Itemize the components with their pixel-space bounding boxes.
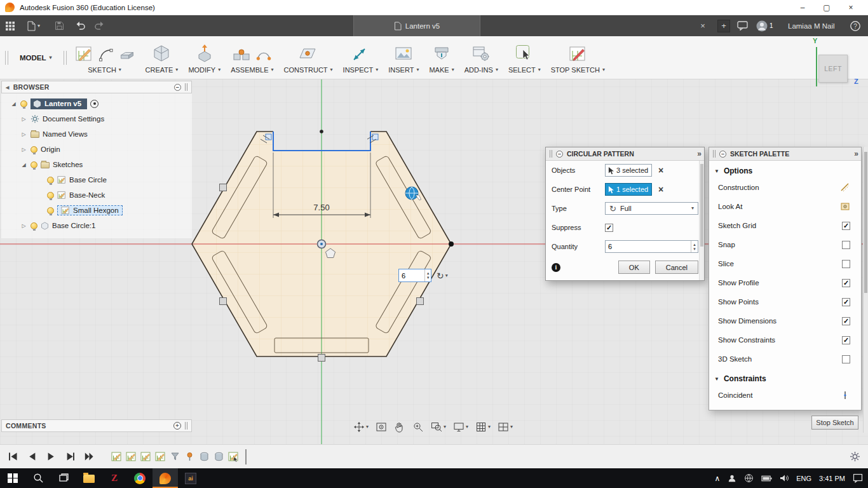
go-to-end-button[interactable] — [84, 451, 95, 462]
visibility-bulb-icon[interactable] — [31, 222, 37, 229]
task-view-button[interactable] — [51, 468, 76, 488]
menu-insert[interactable]: INSERT▾ — [383, 36, 424, 79]
type-dropdown[interactable]: ↻ Full ▾ — [605, 202, 698, 215]
network-globe-icon[interactable] — [744, 473, 754, 483]
ok-button[interactable]: OK — [618, 261, 650, 274]
timeline-feature-cylinder[interactable] — [199, 451, 210, 462]
objects-selection-field[interactable]: 3 selected — [605, 164, 652, 177]
show-points-checkbox[interactable] — [842, 298, 850, 306]
expand-palette-icon[interactable]: » — [854, 149, 857, 158]
comments-header[interactable]: COMMENTS + — [1, 419, 192, 432]
help-icon[interactable]: ? — [850, 15, 860, 36]
panel-grip[interactable] — [185, 422, 187, 430]
quantity-input[interactable] — [399, 269, 424, 281]
menu-construct[interactable]: CONSTRUCT▾ — [279, 36, 338, 79]
show-profile-checkbox[interactable] — [842, 279, 850, 287]
dialog-grip[interactable] — [550, 150, 552, 158]
insert-image-icon[interactable] — [394, 44, 413, 63]
sketch-grid-checkbox[interactable] — [842, 222, 850, 230]
workspace-selector[interactable]: MODEL ▾ — [11, 36, 61, 79]
palette-item-3d-sketch[interactable]: 3D Sketch — [709, 349, 861, 369]
create-box-icon[interactable] — [152, 44, 171, 63]
menu-assemble[interactable]: ASSEMBLE▾ — [226, 36, 278, 79]
center-point-selection-field[interactable]: 1 selected — [605, 183, 652, 196]
visibility-bulb-icon[interactable] — [47, 207, 54, 214]
info-icon[interactable]: i — [552, 263, 560, 272]
zoom-window-button[interactable]: ▾ — [431, 421, 446, 433]
press-pull-icon[interactable] — [195, 44, 214, 63]
tree-item-base-circle-1[interactable]: ▷ Base Circle:1 — [1, 218, 192, 233]
measure-icon[interactable] — [351, 44, 370, 63]
palette-item-sketch-grid[interactable]: Sketch Grid — [709, 216, 861, 235]
file-explorer-icon[interactable] — [76, 468, 102, 488]
comments-icon[interactable] — [737, 15, 748, 36]
undo-button[interactable] — [75, 15, 86, 36]
palette-item-slice[interactable]: Slice — [709, 254, 861, 273]
close-button[interactable]: × — [839, 0, 863, 15]
quantity-spinner[interactable]: ▲▼ — [424, 269, 431, 281]
timeline-feature-sketch[interactable] — [126, 451, 137, 462]
zoom-button[interactable] — [412, 421, 424, 433]
palette-item-snap[interactable]: Snap — [709, 235, 861, 254]
file-menu-button[interactable]: ▾ — [27, 15, 40, 36]
add-ins-icon[interactable] — [471, 44, 491, 63]
timeline-feature-sketch-active[interactable] — [228, 451, 239, 462]
tree-item-base-neck[interactable]: Base-Neck — [1, 187, 192, 203]
snap-checkbox[interactable] — [842, 241, 850, 249]
timeline-feature-funnel[interactable] — [170, 451, 180, 462]
toolbar-grip[interactable] — [5, 51, 8, 65]
expand-icon[interactable]: ▷ — [20, 147, 27, 152]
palette-item-show-profile[interactable]: Show Profile — [709, 273, 861, 292]
timeline-feature-sketch[interactable] — [140, 451, 151, 462]
panel-grip[interactable] — [185, 83, 187, 91]
right-vertex-point[interactable] — [449, 241, 454, 247]
dialog-scrollbar[interactable] — [699, 161, 704, 280]
activate-component-icon[interactable] — [90, 100, 98, 108]
3d-print-icon[interactable] — [432, 44, 451, 63]
visibility-bulb-icon[interactable] — [31, 161, 37, 168]
dialog-header[interactable]: – CIRCULAR PATTERN » — [546, 147, 704, 161]
arc-tool-icon[interactable] — [98, 46, 114, 63]
clock[interactable]: 3:41 PM — [819, 475, 845, 482]
start-button[interactable] — [0, 468, 25, 488]
quantity-field[interactable]: ▲▼ — [605, 240, 698, 253]
play-button[interactable] — [46, 451, 57, 462]
maximize-button[interactable]: ▢ — [815, 0, 839, 15]
visibility-bulb-icon[interactable] — [47, 177, 54, 184]
sketch-icon[interactable] — [74, 44, 93, 63]
tree-item-origin[interactable]: ▷ Origin — [1, 142, 192, 157]
browser-header[interactable]: ◀ BROWSER – — [1, 81, 192, 93]
collapse-left-icon[interactable]: ◀ — [6, 85, 10, 90]
zotero-icon[interactable]: Z — [102, 468, 127, 488]
show-dimensions-checkbox[interactable] — [842, 317, 850, 325]
timeline-feature-sketch[interactable] — [155, 451, 166, 462]
pan-button[interactable] — [394, 421, 405, 433]
construction-pl ane-icon[interactable] — [299, 44, 318, 63]
top-mid-point[interactable] — [320, 130, 323, 133]
add-comment-icon[interactable]: + — [173, 422, 181, 430]
quantity-input-box[interactable]: ▲▼ — [398, 269, 431, 282]
look-at-icon[interactable] — [840, 201, 850, 212]
suppress-checkbox[interactable] — [605, 224, 613, 232]
tree-item-small-hexgon[interactable]: Small Hexgon — [1, 203, 192, 218]
palette-header[interactable]: – SKETCH PALETTE » — [709, 147, 861, 161]
hidden-icons-chevron[interactable]: ∧ — [714, 474, 720, 483]
3d-sketch-checkbox[interactable] — [842, 355, 850, 363]
battery-icon[interactable] — [761, 475, 772, 482]
timeline-feature-pin[interactable] — [184, 451, 195, 462]
clear-objects-icon[interactable]: × — [658, 166, 663, 175]
slice-checkbox[interactable] — [842, 260, 850, 268]
tree-item-sketches[interactable]: ◢ Sketches — [1, 157, 192, 172]
menu-modify[interactable]: MODIFY▾ — [183, 36, 226, 79]
visibility-bulb-icon[interactable] — [31, 146, 37, 153]
palette-item-coincident[interactable]: Coincident — [709, 386, 861, 405]
expand-icon[interactable]: ▷ — [20, 132, 27, 137]
quantity-spinner[interactable]: ▲▼ — [691, 241, 698, 252]
tree-root-row[interactable]: ◢ Lantern v5 — [1, 96, 192, 111]
menu-sketch[interactable]: SKETCH▾ — [69, 36, 140, 79]
palette-grip[interactable] — [713, 150, 715, 158]
collapse-panel-icon[interactable]: – — [174, 84, 181, 91]
avatar[interactable]: 1 — [756, 15, 773, 36]
select-cursor-icon[interactable] — [515, 44, 534, 63]
tree-item-document-settings[interactable]: ▷ Document Settings — [1, 111, 192, 126]
